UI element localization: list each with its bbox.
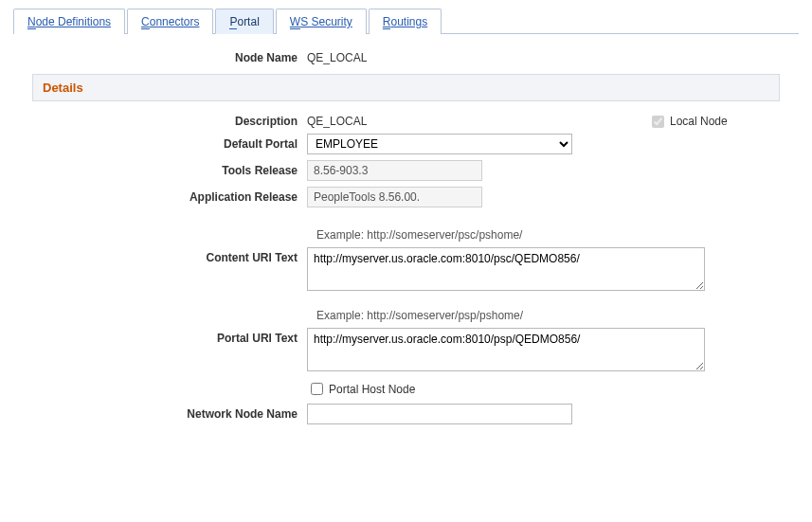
tools-release-label: Tools Release xyxy=(13,164,307,177)
content-uri-hint: Example: http://someserver/psc/pshome/ xyxy=(316,228,799,242)
portal-host-node-checkbox[interactable] xyxy=(311,383,323,395)
app-release-label: Application Release xyxy=(13,190,307,204)
tools-release-field xyxy=(307,160,482,181)
local-node-checkbox xyxy=(652,116,664,128)
app-release-field xyxy=(307,187,482,207)
content-uri-text[interactable]: http://myserver.us.oracle.com:8010/psc/Q… xyxy=(307,247,705,291)
default-portal-label: Default Portal xyxy=(13,137,307,151)
node-name-value: QE_LOCAL xyxy=(307,51,799,64)
portal-uri-label: Portal URI Text xyxy=(13,328,307,345)
portal-uri-text[interactable]: http://myserver.us.oracle.com:8010/psp/Q… xyxy=(307,328,705,371)
default-portal-select[interactable]: EMPLOYEE xyxy=(307,134,572,154)
tab-routings[interactable]: Routings xyxy=(369,9,442,34)
local-node-label: Local Node xyxy=(670,115,728,128)
description-label: Description xyxy=(13,115,307,128)
portal-uri-hint: Example: http://someserver/psp/pshome/ xyxy=(316,309,799,322)
portal-host-node-label: Portal Host Node xyxy=(329,383,415,396)
network-node-field[interactable] xyxy=(307,404,572,424)
tab-portal[interactable]: Portal xyxy=(215,9,273,34)
tab-strip: Node Definitions Connectors Portal WS Se… xyxy=(13,8,799,34)
tab-connectors[interactable]: Connectors xyxy=(127,9,213,34)
tab-ws-security[interactable]: WS Security xyxy=(276,9,367,34)
section-details: Details xyxy=(32,74,780,101)
tab-node-definitions[interactable]: Node Definitions xyxy=(13,9,125,34)
network-node-label: Network Node Name xyxy=(13,407,307,421)
node-name-label: Node Name xyxy=(13,51,307,64)
content-uri-label: Content URI Text xyxy=(13,247,307,264)
